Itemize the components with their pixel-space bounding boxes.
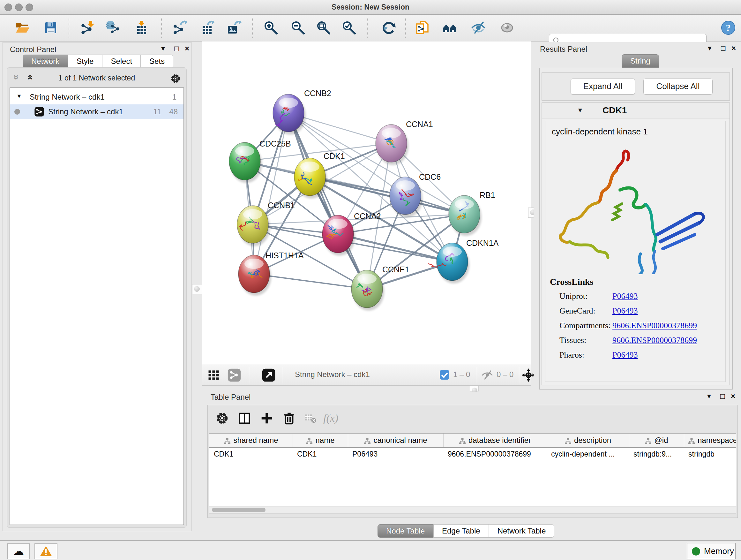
network-row-selected[interactable]: String Network – cdk1 11 48	[10, 105, 184, 119]
tab-network[interactable]: Network	[23, 55, 68, 68]
save-session-icon[interactable]	[43, 20, 58, 36]
help-icon[interactable]: ?	[721, 20, 736, 36]
new-network-selection-icon[interactable]	[415, 20, 430, 36]
float-panel-icon[interactable]: ▼	[706, 45, 713, 52]
collapse-all-button[interactable]: Collapse All	[643, 78, 713, 95]
node-RB1[interactable]: RB1	[449, 191, 495, 236]
import-network-database-icon[interactable]	[105, 20, 121, 36]
section-expander-icon[interactable]: ▼	[577, 107, 583, 114]
export-image-icon[interactable]	[226, 20, 242, 36]
grid-view-icon[interactable]	[207, 368, 221, 382]
node-table-box: f(x) shared namenamecanonical namedataba…	[207, 405, 738, 518]
node-CDKN1A[interactable]: CDKN1A	[428, 239, 499, 284]
zoom-out-icon[interactable]	[290, 20, 306, 36]
warnings-button[interactable]	[35, 543, 57, 559]
zoom-fit-icon[interactable]	[316, 20, 331, 36]
memory-button[interactable]: Memory	[687, 543, 736, 559]
tab-node-table[interactable]: Node Table	[378, 524, 433, 538]
table-cell[interactable]: CDK1	[209, 448, 293, 460]
edge-CCNB2-CCNE1[interactable]	[288, 113, 367, 289]
zoom-in-icon[interactable]	[263, 20, 279, 36]
table-horizontal-scrollbar[interactable]	[209, 507, 736, 514]
crosslink-link-3[interactable]: 9606.ENSP00000378699	[612, 335, 697, 345]
table-cell[interactable]: stringdb	[684, 448, 736, 460]
crosslink-link-0[interactable]: P06493	[612, 292, 637, 301]
cloud-status-button[interactable]: ☁	[7, 543, 30, 559]
birdseye-share-icon[interactable]	[227, 368, 241, 382]
export-network-icon[interactable]	[172, 20, 188, 36]
refresh-layout-icon[interactable]	[381, 20, 397, 36]
column-header-shared-name[interactable]: shared name	[209, 434, 293, 447]
hide-selection-icon[interactable]	[471, 20, 486, 36]
string-results-box: Expand All Collapse All ▼ CDK1 cyclin-de…	[539, 68, 733, 389]
show-columns-icon[interactable]	[237, 411, 252, 426]
tab-select[interactable]: Select	[102, 55, 141, 68]
column-header--id[interactable]: @id	[629, 434, 684, 447]
control-panel-title: Control Panel	[10, 45, 56, 54]
export-table-icon[interactable]	[199, 20, 215, 36]
node-CDC25B[interactable]: CDC25B	[229, 139, 291, 183]
close-panel-icon[interactable]: ×	[731, 44, 736, 53]
crosslink-link-4[interactable]: P06493	[612, 350, 637, 360]
column-header-canonical-name[interactable]: canonical name	[348, 434, 444, 447]
column-header-name[interactable]: name	[293, 434, 348, 447]
crosslink-link-1[interactable]: P06493	[612, 306, 637, 316]
float-panel-icon[interactable]: ▼	[160, 45, 166, 52]
node-CCNE1[interactable]: CCNE1	[351, 265, 409, 311]
bottom-splitter-handle[interactable]	[470, 386, 479, 391]
edge-CCNB2-HIST1H1A[interactable]	[254, 113, 288, 274]
column-header-database-identifier[interactable]: database identifier	[443, 434, 547, 447]
protein-name: CDK1	[603, 105, 627, 116]
table-cell[interactable]: cyclin-dependent ...	[547, 448, 629, 460]
node-CCNB1[interactable]: CCNB1	[237, 201, 295, 246]
network-collection-row[interactable]: ▼ String Network – cdk1 1	[10, 90, 184, 105]
node-CCNB2[interactable]: CCNB2	[273, 89, 331, 135]
table-panel-title: Table Panel	[211, 393, 251, 401]
table-cell[interactable]: CDK1	[293, 448, 348, 460]
selected-checkbox-icon[interactable]	[439, 369, 450, 380]
node-CCNA2[interactable]: CCNA2	[322, 212, 381, 256]
table-cell[interactable]: 9606.ENSP00000378699	[443, 448, 547, 460]
tab-string[interactable]: String	[622, 54, 659, 68]
node-CDC6[interactable]: CDC6	[390, 172, 441, 217]
selected-count: 1 – 0	[453, 370, 470, 379]
column-header-description[interactable]: description	[547, 434, 629, 447]
crosslink-link-2[interactable]: 9606.ENSP00000378699	[612, 321, 697, 330]
node-HIST1H1A[interactable]: HIST1H1A	[239, 251, 304, 296]
maximize-panel-icon[interactable]: □	[720, 392, 725, 401]
table-options-gear-icon[interactable]	[215, 411, 229, 426]
cloud-icon: ☁	[13, 545, 24, 557]
tab-network-table[interactable]: Network Table	[489, 524, 555, 538]
maximize-panel-icon[interactable]: □	[721, 44, 726, 53]
import-table-icon[interactable]	[134, 20, 149, 36]
network-view-toolbar: String Network – cdk1 1 – 0 0 – 0	[202, 365, 531, 386]
import-network-file-icon[interactable]	[80, 20, 95, 36]
memory-label: Memory	[704, 546, 734, 556]
open-file-icon[interactable]	[14, 20, 30, 36]
tab-sets[interactable]: Sets	[141, 55, 173, 68]
zoom-selected-icon[interactable]	[341, 20, 357, 36]
show-all-icon[interactable]	[499, 20, 515, 36]
crosslinks-heading: CrossLinks	[550, 277, 593, 287]
left-splitter-handle[interactable]	[192, 284, 202, 294]
first-neighbors-icon[interactable]	[442, 20, 457, 36]
tab-style[interactable]: Style	[68, 55, 102, 68]
table-cell[interactable]: P06493	[348, 448, 443, 460]
expand-all-button[interactable]: Expand All	[570, 78, 635, 95]
delete-column-icon[interactable]	[282, 411, 296, 426]
table-cell[interactable]: stringdb:9...	[629, 448, 684, 460]
network-canvas[interactable]: CCNB2 CCNA1 CDC25B CDK1 CDC6 RB1 CCNB1 C…	[202, 42, 531, 365]
maximize-panel-icon[interactable]: □	[174, 44, 179, 53]
close-panel-icon[interactable]: ×	[185, 44, 189, 53]
detach-view-icon[interactable]	[262, 368, 276, 382]
protein-section-header[interactable]: ▼ CDK1	[542, 103, 730, 118]
tab-edge-table[interactable]: Edge Table	[433, 524, 489, 538]
close-panel-icon[interactable]: ×	[731, 392, 735, 401]
add-column-icon[interactable]	[259, 411, 274, 426]
tree-expander-icon[interactable]: ▼	[16, 93, 22, 100]
scrollbar-thumb[interactable]	[212, 508, 266, 512]
network-options-gear-icon[interactable]	[170, 73, 181, 85]
column-header-namespace[interactable]: namespace	[684, 434, 736, 447]
float-panel-icon[interactable]: ▼	[706, 393, 712, 400]
node-CCNA1[interactable]: CCNA1	[376, 120, 433, 165]
